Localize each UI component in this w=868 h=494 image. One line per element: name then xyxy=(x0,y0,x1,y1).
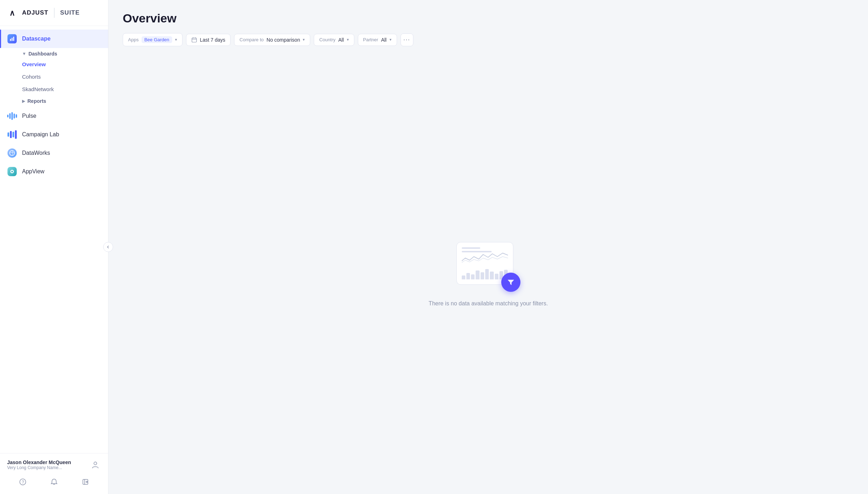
sidebar-header: ∧ ADJUST SUITE xyxy=(0,0,108,26)
reports-label: Reports xyxy=(27,98,46,104)
user-company: Very Long Company Name... xyxy=(7,465,90,470)
partner-filter-arrow: ▾ xyxy=(390,37,392,42)
svg-rect-2 xyxy=(12,38,13,41)
dashboards-header[interactable]: ▼ Dashboards xyxy=(22,48,108,58)
svg-rect-13 xyxy=(195,37,196,38)
user-text: Jason Olexander McQueen Very Long Compan… xyxy=(7,459,90,470)
dataworks-icon xyxy=(7,148,17,158)
dataworks-label: DataWorks xyxy=(22,150,50,156)
svg-rect-11 xyxy=(192,38,196,42)
calendar-icon xyxy=(191,37,197,43)
svg-rect-1 xyxy=(10,39,11,41)
apps-filter-arrow: ▾ xyxy=(175,37,177,42)
appview-icon xyxy=(7,167,17,177)
sidebar-item-appview[interactable]: AppView xyxy=(0,162,108,181)
sidebar-item-campaign-lab[interactable]: Campaign Lab xyxy=(0,125,108,144)
sidebar-item-overview[interactable]: Overview xyxy=(22,58,108,70)
chart-bars xyxy=(462,267,508,279)
more-filters-button[interactable]: ··· xyxy=(401,33,413,46)
sidebar-item-datascape[interactable]: Datascape xyxy=(0,30,108,48)
main-content: Overview Apps Bee Garden ▾ L xyxy=(108,0,868,494)
more-icon: ··· xyxy=(403,37,410,43)
svg-point-6 xyxy=(11,171,13,172)
partner-filter[interactable]: Partner All ▾ xyxy=(358,34,397,46)
filter-badge xyxy=(501,273,520,292)
user-info: Jason Olexander McQueen Very Long Compan… xyxy=(7,459,101,471)
country-filter[interactable]: Country All ▾ xyxy=(314,34,354,46)
sidebar: ∧ ADJUST SUITE Datascape xyxy=(0,0,108,494)
logo-mark: ∧ xyxy=(9,8,18,18)
compare-filter-label: Compare to xyxy=(239,37,264,42)
compare-filter[interactable]: Compare to No comparison ▾ xyxy=(234,34,310,46)
empty-state: There is no data available matching your… xyxy=(429,242,548,307)
sub-nav-dashboards: ▼ Dashboards Overview Cohorts SkadNetwor… xyxy=(0,48,108,105)
compare-filter-value: No comparison xyxy=(266,37,300,43)
campaign-lab-label: Campaign Lab xyxy=(22,131,59,138)
country-filter-label: Country xyxy=(319,37,335,42)
svg-text:∧: ∧ xyxy=(9,9,15,17)
pulse-label: Pulse xyxy=(22,113,36,119)
main-header: Overview Apps Bee Garden ▾ L xyxy=(108,0,868,55)
partner-filter-label: Partner xyxy=(363,37,379,42)
dashboards-label: Dashboards xyxy=(28,51,57,57)
page-title: Overview xyxy=(123,11,854,25)
date-filter-value: Last 7 days xyxy=(200,37,226,43)
appview-label: AppView xyxy=(22,168,44,175)
reports-header[interactable]: ▶ Reports xyxy=(22,95,108,105)
suite-label: SUITE xyxy=(60,9,80,16)
sidebar-nav: Datascape ▼ Dashboards Overview Cohorts … xyxy=(0,26,108,453)
date-filter[interactable]: Last 7 days xyxy=(186,34,231,46)
campaign-lab-icon xyxy=(7,130,17,140)
compare-filter-arrow: ▾ xyxy=(303,37,305,42)
chart-line-1 xyxy=(462,247,480,249)
logo-divider xyxy=(54,8,54,18)
sidebar-item-skadnetwork[interactable]: SkadNetwork xyxy=(22,83,108,95)
sidebar-item-pulse[interactable]: Pulse xyxy=(0,107,108,125)
country-filter-arrow: ▾ xyxy=(347,37,349,42)
nav-section-datascape: Datascape ▼ Dashboards Overview Cohorts … xyxy=(0,30,108,105)
svg-rect-3 xyxy=(13,37,14,41)
sidebar-footer: Jason Olexander McQueen Very Long Compan… xyxy=(0,453,108,494)
external-link-button[interactable] xyxy=(70,475,101,488)
filters-row: Apps Bee Garden ▾ Last 7 days Co xyxy=(123,33,854,46)
user-name: Jason Olexander McQueen xyxy=(7,459,90,465)
pulse-icon xyxy=(7,111,17,121)
sidebar-collapse-toggle[interactable] xyxy=(103,242,113,252)
svg-point-7 xyxy=(94,462,97,465)
empty-illustration xyxy=(456,242,520,292)
apps-filter[interactable]: Apps Bee Garden ▾ xyxy=(123,33,182,46)
chart-wave xyxy=(462,250,508,264)
sidebar-actions: ? xyxy=(7,471,101,488)
svg-point-4 xyxy=(10,151,15,156)
apps-filter-value: Bee Garden xyxy=(142,36,172,43)
brand-name: ADJUST xyxy=(22,9,48,16)
user-profile-icon[interactable] xyxy=(90,459,101,471)
sidebar-item-cohorts[interactable]: Cohorts xyxy=(22,70,108,83)
partner-filter-value: All xyxy=(381,37,387,43)
datascape-label: Datascape xyxy=(22,36,51,42)
datascape-icon xyxy=(7,34,17,44)
help-button[interactable]: ? xyxy=(7,475,38,488)
main-body: There is no data available matching your… xyxy=(108,55,868,494)
sidebar-item-dataworks[interactable]: DataWorks xyxy=(0,144,108,162)
empty-state-message: There is no data available matching your… xyxy=(429,300,548,307)
apps-filter-label: Apps xyxy=(128,37,139,42)
svg-rect-12 xyxy=(193,37,194,38)
notifications-button[interactable] xyxy=(38,475,70,488)
country-filter-value: All xyxy=(338,37,344,43)
svg-text:?: ? xyxy=(22,480,24,485)
